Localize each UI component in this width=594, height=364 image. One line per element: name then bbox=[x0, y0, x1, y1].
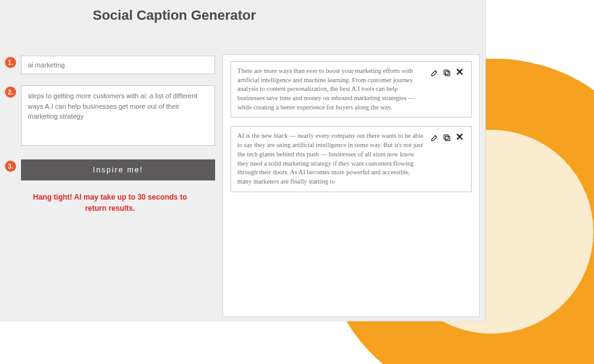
results-panel: There are more ways than ever to boost y… bbox=[223, 54, 480, 317]
copy-icon[interactable] bbox=[442, 133, 452, 143]
result-card: AI is the new black — nearly every compa… bbox=[231, 126, 472, 192]
result-text: AI is the new black — nearly every compa… bbox=[237, 132, 430, 186]
result-card: There are more ways than ever to boost y… bbox=[231, 61, 472, 117]
close-icon[interactable]: ✕ bbox=[454, 133, 465, 142]
copy-icon[interactable] bbox=[442, 68, 452, 78]
svg-rect-2 bbox=[446, 137, 450, 141]
description-textarea[interactable] bbox=[21, 85, 215, 146]
topic-input[interactable] bbox=[21, 56, 215, 74]
page-title: Social Caption Generator bbox=[93, 7, 256, 23]
svg-rect-3 bbox=[444, 135, 448, 140]
close-icon[interactable]: ✕ bbox=[454, 68, 465, 77]
app-panel: Social Caption Generator 1. 2. 3. Inspir… bbox=[0, 0, 486, 321]
step-3: 3. Inspire me! bbox=[5, 159, 215, 180]
svg-rect-0 bbox=[446, 72, 450, 76]
edit-icon[interactable] bbox=[430, 133, 439, 143]
step-badge-1: 1. bbox=[5, 57, 16, 68]
result-actions: ✕ bbox=[430, 132, 465, 186]
status-message: Hang tight! AI may take up to 30 seconds… bbox=[5, 192, 215, 214]
result-actions: ✕ bbox=[430, 67, 465, 112]
result-text: There are more ways than ever to boost y… bbox=[237, 67, 430, 112]
svg-rect-1 bbox=[444, 70, 448, 74]
step-2: 2. bbox=[5, 85, 215, 148]
inspire-button[interactable]: Inspire me! bbox=[21, 159, 215, 180]
step-badge-3: 3. bbox=[5, 161, 16, 172]
edit-icon[interactable] bbox=[430, 68, 439, 78]
step-1: 1. bbox=[5, 56, 215, 74]
step-badge-2: 2. bbox=[5, 87, 16, 98]
input-column: 1. 2. 3. Inspire me! Hang tight! AI may … bbox=[5, 56, 215, 214]
